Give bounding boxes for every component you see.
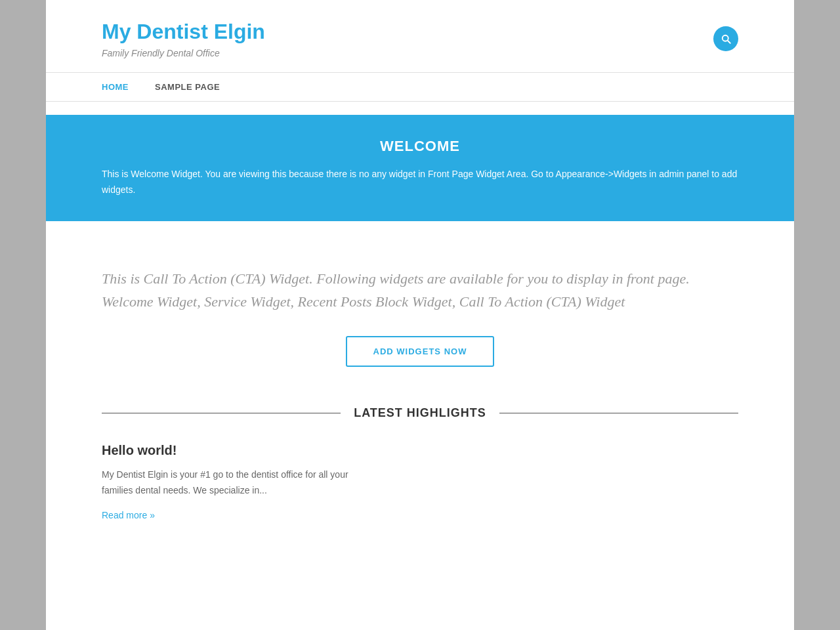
welcome-body: This is Welcome Widget. You are viewing …	[102, 167, 738, 198]
site-nav: HOME SAMPLE PAGE	[46, 72, 794, 102]
site-tagline: Family Friendly Dental Office	[102, 48, 220, 58]
cta-button-wrapper: ADD WIDGETS NOW	[102, 336, 738, 367]
cta-section: This is Call To Action (CTA) Widget. Fol…	[46, 234, 794, 393]
section-title: LATEST HIGHLIGHTS	[354, 406, 486, 420]
search-icon	[720, 33, 732, 45]
add-widgets-button[interactable]: ADD WIDGETS NOW	[346, 336, 495, 367]
welcome-heading: WELCOME	[102, 138, 738, 155]
section-title-wrapper: LATEST HIGHLIGHTS	[102, 406, 738, 420]
title-line-right	[499, 413, 738, 413]
welcome-banner: WELCOME This is Welcome Widget. You are …	[46, 115, 794, 221]
nav-list: HOME SAMPLE PAGE	[102, 73, 738, 101]
post-excerpt: My Dentist Elgin is your #1 go to the de…	[102, 467, 351, 499]
search-button[interactable]	[713, 26, 738, 51]
page-wrapper: My Dentist Elgin Family Friendly Dental …	[46, 0, 794, 630]
nav-link-home[interactable]: HOME	[102, 73, 142, 101]
post-title: Hello world!	[102, 443, 351, 458]
site-header: My Dentist Elgin Family Friendly Dental …	[46, 0, 794, 72]
nav-item-sample[interactable]: SAMPLE PAGE	[155, 73, 246, 101]
cta-text: This is Call To Action (CTA) Widget. Fol…	[102, 267, 738, 313]
highlights-section: LATEST HIGHLIGHTS Hello world! My Dentis…	[46, 393, 794, 547]
post-card: Hello world! My Dentist Elgin is your #1…	[102, 443, 351, 521]
title-line-left	[102, 413, 341, 413]
nav-item-home[interactable]: HOME	[102, 73, 155, 101]
site-title[interactable]: My Dentist Elgin	[102, 20, 738, 44]
read-more-link[interactable]: Read more »	[102, 510, 155, 520]
nav-link-sample[interactable]: SAMPLE PAGE	[155, 73, 233, 101]
